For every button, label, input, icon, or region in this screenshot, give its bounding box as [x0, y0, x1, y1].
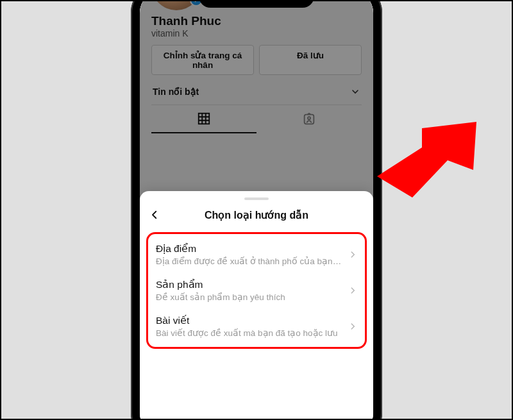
annotation-arrow-icon	[377, 122, 480, 199]
screen: ✓ Thanh Phuc vitamin K Chỉnh sửa trang c…	[140, 0, 373, 420]
option-places[interactable]: Địa điểm Địa điểm được đề xuất ở thành p…	[148, 237, 365, 273]
phone-notch	[199, 0, 314, 8]
svg-marker-7	[377, 122, 476, 197]
sheet-handle[interactable]	[244, 197, 269, 200]
phone-bezel: ✓ Thanh Phuc vitamin K Chỉnh sửa trang c…	[133, 0, 380, 420]
option-title: Địa điểm	[156, 243, 343, 255]
option-subtitle: Bài viết được đề xuất mà bạn đã tạo hoặc…	[156, 328, 343, 338]
chevron-right-icon	[348, 286, 357, 295]
bottom-sheet: Chọn loại hướng dẫn Địa điểm Địa điểm đư…	[140, 191, 373, 420]
option-title: Sản phẩm	[156, 279, 343, 290]
option-subtitle: Đề xuất sản phẩm bạn yêu thích	[156, 292, 343, 302]
chevron-right-icon	[348, 322, 357, 331]
phone-frame: ✓ Thanh Phuc vitamin K Chỉnh sửa trang c…	[131, 0, 382, 420]
chevron-right-icon	[348, 250, 357, 259]
sheet-title: Chọn loại hướng dẫn	[140, 209, 373, 221]
option-posts[interactable]: Bài viết Bài viết được đề xuất mà bạn đã…	[148, 308, 365, 344]
back-button[interactable]	[149, 209, 160, 221]
annotation-highlight-box: Địa điểm Địa điểm được đề xuất ở thành p…	[146, 232, 367, 349]
option-products[interactable]: Sản phẩm Đề xuất sản phẩm bạn yêu thích	[148, 273, 365, 308]
option-title: Bài viết	[156, 315, 343, 326]
option-subtitle: Địa điểm được đề xuất ở thành phố của bạ…	[156, 256, 343, 266]
